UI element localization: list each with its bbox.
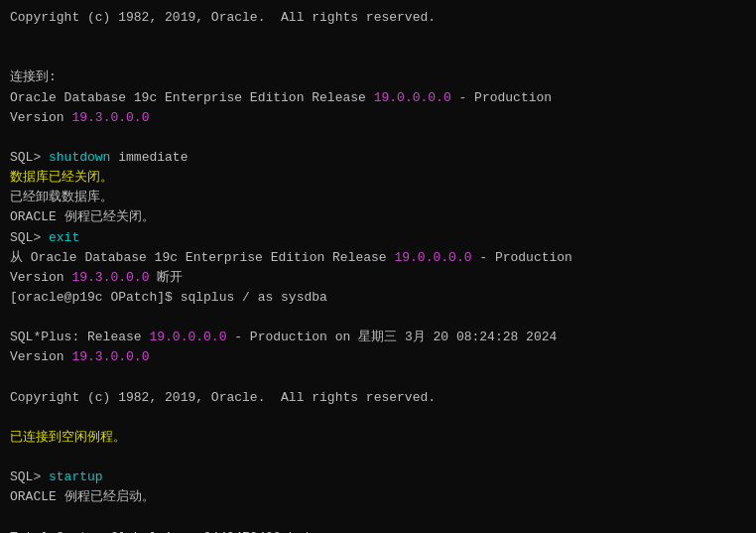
terminal-line: Version 19.3.0.0.0 xyxy=(10,108,746,128)
terminal-line: Copyright (c) 1982, 2019, Oracle. All ri… xyxy=(10,8,746,28)
terminal-line: 已经卸载数据库。 xyxy=(10,188,746,207)
terminal-line xyxy=(10,408,746,428)
terminal-line: ORACLE 例程已经关闭。 xyxy=(10,207,746,227)
terminal-line: SQL> exit xyxy=(10,228,746,248)
terminal-line xyxy=(10,48,746,67)
terminal-line xyxy=(10,28,746,48)
terminal-line: [oracle@p19c OPatch]$ sqlplus / as sysdb… xyxy=(10,288,746,308)
terminal-line: Total System Global Area 2449472408 byte… xyxy=(10,528,746,533)
terminal-line: 已连接到空闲例程。 xyxy=(10,428,746,448)
terminal-line: Version 19.3.0.0.0 xyxy=(10,347,746,367)
terminal-line xyxy=(10,508,746,528)
terminal-line: 数据库已经关闭。 xyxy=(10,168,746,188)
terminal-line xyxy=(10,308,746,328)
terminal-line: Copyright (c) 1982, 2019, Oracle. All ri… xyxy=(10,388,746,408)
terminal-line xyxy=(10,128,746,148)
terminal-line: Oracle Database 19c Enterprise Edition R… xyxy=(10,88,746,108)
terminal-line: Version 19.3.0.0.0 断开 xyxy=(10,268,746,288)
terminal-line: ORACLE 例程已经启动。 xyxy=(10,487,746,507)
terminal: Copyright (c) 1982, 2019, Oracle. All ri… xyxy=(10,8,746,525)
terminal-line: 从 Oracle Database 19c Enterprise Edition… xyxy=(10,248,746,268)
terminal-line: 连接到: xyxy=(10,67,746,87)
terminal-line: SQL> startup xyxy=(10,467,746,487)
terminal-line: SQL*Plus: Release 19.0.0.0.0 - Productio… xyxy=(10,328,746,347)
terminal-line xyxy=(10,368,746,388)
terminal-line: SQL> shutdown immediate xyxy=(10,148,746,168)
terminal-line xyxy=(10,448,746,467)
